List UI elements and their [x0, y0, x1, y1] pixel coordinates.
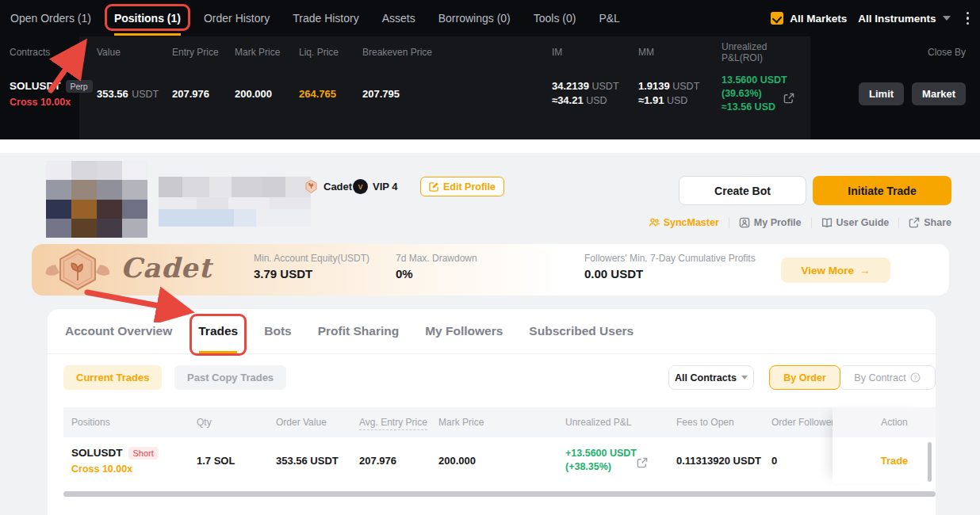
tab-my-followers[interactable]: My Followers	[425, 309, 503, 353]
stat-max-drawdown: 7d Max. Drawdown 0%	[396, 253, 477, 280]
my-profile-link[interactable]: My Profile	[739, 217, 802, 228]
tab-bots[interactable]: Bots	[264, 309, 291, 353]
all-markets-label: All Markets	[790, 13, 847, 25]
position-leverage: Cross 10.00x	[10, 97, 79, 108]
col-order-value: Order Value	[268, 417, 351, 428]
tab-subscribed-users[interactable]: Subscribed Users	[529, 309, 634, 353]
svg-text:?: ?	[913, 374, 917, 381]
position-value: 353.56	[97, 88, 128, 100]
trades-card: Account Overview Trades Bots Profit Shar…	[48, 309, 936, 515]
section-divider	[0, 139, 980, 153]
tab-account-overview[interactable]: Account Overview	[65, 309, 172, 353]
trade-fees: 0.11313920 USDT	[676, 455, 761, 467]
tab-tools[interactable]: Tools (0)	[534, 12, 576, 25]
im-cell: 34.2139 USDT ≈34.21 USD	[552, 79, 638, 108]
col-positions: Positions	[63, 417, 189, 428]
col-avg-entry-price: Avg. Entry Price	[351, 417, 431, 428]
arrow-right-icon: →	[859, 265, 871, 277]
edit-profile-button[interactable]: Edit Profile	[420, 177, 504, 196]
tab-borrowings[interactable]: Borrowings (0)	[438, 12, 511, 25]
chevron-down-icon[interactable]	[943, 16, 951, 21]
current-trades-filter[interactable]: Current Trades	[63, 365, 162, 390]
all-instruments-select[interactable]: All Instruments	[858, 13, 936, 25]
col-unrealized-pnl: Unrealized P&L(ROI)	[722, 41, 810, 63]
external-link-icon[interactable]	[637, 457, 648, 468]
trade-followers: 0	[771, 455, 777, 467]
trade-avg-entry: 207.976	[359, 455, 396, 467]
trades-header-row: Positions Qty Order Value Avg. Entry Pri…	[63, 407, 936, 437]
top-controls: All Markets All Instruments	[771, 0, 969, 36]
col-value: Value	[79, 47, 172, 58]
close-limit-button[interactable]: Limit	[859, 82, 904, 105]
col-liq-price: Liq. Price	[299, 47, 362, 58]
trade-leverage: Cross 10.00x	[71, 464, 189, 475]
positions-panel: Open Orders (1) Positions (1) Order Hist…	[0, 0, 980, 139]
side-badge: Short	[128, 447, 159, 460]
syncmaster-link[interactable]: SyncMaster	[649, 217, 719, 228]
share-link[interactable]: Share	[909, 217, 951, 228]
book-icon	[821, 217, 833, 228]
tab-trade-history[interactable]: Trade History	[293, 12, 359, 25]
tab-open-orders[interactable]: Open Orders (1)	[10, 12, 91, 25]
tab-order-history[interactable]: Order History	[204, 12, 270, 25]
col-fees-to-open: Fees to Open	[668, 417, 764, 428]
trades-filters: Current Trades Past Copy Trades All Cont…	[48, 354, 936, 399]
cadet-badge-icon	[41, 247, 114, 293]
create-bot-button[interactable]: Create Bot	[679, 176, 806, 205]
external-link-icon[interactable]	[783, 93, 794, 104]
position-row: SOLUSDT Perp Cross 10.00x 353.56 USDT 20…	[0, 68, 980, 119]
liq-price: 264.765	[299, 88, 336, 100]
close-market-button[interactable]: Market	[912, 82, 966, 105]
col-action: Action	[833, 407, 936, 437]
initiate-trade-button[interactable]: Initiate Trade	[813, 176, 951, 205]
profile-links: SyncMaster My Profile User Guide	[649, 217, 951, 228]
tab-profit-sharing[interactable]: Profit Sharing	[318, 309, 399, 353]
breakeven-price: 207.795	[362, 88, 400, 100]
group-toggle: By Order By Contract ?	[769, 365, 936, 390]
positions-table: Contracts Value Entry Price Mark Price L…	[0, 36, 980, 139]
username-blurred	[159, 177, 311, 227]
col-close-by: Close By	[810, 47, 980, 58]
level-badge-icon	[304, 179, 319, 194]
entry-price: 207.976	[172, 88, 209, 100]
more-menu-icon[interactable]	[967, 12, 970, 25]
vip-chip: V VIP 4	[353, 179, 398, 194]
stat-followers-profits: Followers' Min. 7-Day Cumulative Profits…	[584, 253, 756, 280]
avatar	[46, 161, 147, 238]
vip-badge-icon: V	[353, 179, 368, 194]
trades-table: Positions Qty Order Value Avg. Entry Pri…	[63, 407, 936, 483]
positions-tabbar: Open Orders (1) Positions (1) Order Hist…	[0, 0, 980, 36]
position-symbol: SOLUSDT	[10, 80, 61, 92]
mm-cell: 1.9139 USDT ≈1.91 USD	[638, 79, 722, 108]
user-guide-link[interactable]: User Guide	[821, 217, 890, 228]
col-entry-price: Entry Price	[172, 47, 235, 58]
by-order-toggle[interactable]: By Order	[769, 365, 840, 390]
chevron-down-icon	[741, 376, 748, 380]
tab-positions[interactable]: Positions (1)	[114, 12, 181, 25]
vertical-scrollbar[interactable]	[928, 442, 932, 482]
col-breakeven-price: Breakeven Price	[362, 47, 552, 58]
action-column: Action Trade	[833, 407, 936, 483]
trade-action-link[interactable]: Trade	[881, 455, 909, 467]
stat-min-equity: Min. Account Equity(USDT) 3.79 USDT	[254, 253, 369, 280]
help-icon: ?	[910, 372, 921, 383]
trade-symbol: SOLUSDT	[71, 447, 123, 459]
col-mark-price: Mark Price	[235, 47, 299, 58]
all-contracts-select[interactable]: All Contracts	[668, 365, 754, 390]
trade-order-value: 353.56 USDT	[276, 455, 339, 467]
positions-header-row: Contracts Value Entry Price Mark Price L…	[0, 36, 980, 68]
tab-assets[interactable]: Assets	[382, 12, 415, 25]
past-copy-trades-filter[interactable]: Past Copy Trades	[174, 365, 286, 390]
by-contract-toggle[interactable]: By Contract ?	[839, 365, 936, 390]
col-contracts: Contracts	[0, 47, 79, 58]
col-qty: Qty	[189, 417, 268, 428]
horizontal-scrollbar[interactable]	[63, 491, 936, 497]
level-banner: Cadet Min. Account Equity(USDT) 3.79 USD…	[32, 244, 949, 296]
trade-qty: 1.7 SOL	[197, 455, 235, 467]
screen: Open Orders (1) Positions (1) Order Hist…	[0, 0, 980, 515]
tab-pnl[interactable]: P&L	[599, 12, 619, 25]
view-more-button[interactable]: View More →	[781, 258, 890, 283]
all-markets-checkbox[interactable]	[771, 12, 783, 25]
trade-mark-price: 200.000	[438, 455, 476, 467]
tab-trades[interactable]: Trades	[198, 309, 238, 353]
